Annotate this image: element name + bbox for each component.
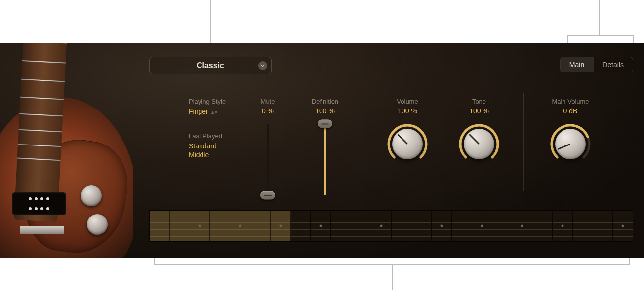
fret-column[interactable] [432, 211, 452, 241]
fret-column[interactable] [411, 211, 432, 241]
fret-marker-dot [521, 225, 523, 227]
fret-column[interactable] [190, 211, 210, 241]
definition-slider-group: Definition 100 % [300, 98, 350, 195]
last-played-value-1: Standard [189, 142, 222, 150]
fret-column[interactable] [170, 211, 190, 241]
definition-label: Definition [300, 98, 350, 105]
tone-value: 100 % [447, 107, 511, 115]
callout-line-bottom-v [392, 264, 393, 290]
callout-line-top-preset [210, 0, 211, 49]
fret-column[interactable] [532, 211, 553, 241]
fret-column[interactable] [351, 211, 371, 241]
last-played-value-2: Middle [189, 151, 222, 159]
fret-marker-dot [441, 225, 443, 227]
mute-slider-group: Mute 0 % [243, 98, 292, 195]
tone-label: Tone [447, 98, 511, 105]
mute-label: Mute [243, 98, 292, 105]
slider-thumb[interactable] [318, 120, 332, 128]
fret-marker-dot [199, 225, 201, 227]
fret-marker-dot [380, 225, 382, 227]
fret-column[interactable] [230, 211, 250, 241]
chevron-down-icon [258, 61, 267, 70]
fret-column[interactable] [593, 211, 613, 241]
fret-column[interactable] [271, 211, 291, 241]
fret-marker-dot [279, 225, 282, 227]
callout-line-top-tabs-v [599, 0, 600, 35]
tone-knob[interactable] [459, 124, 499, 164]
divider [523, 93, 524, 191]
volume-knob-group: Volume 100 % [375, 98, 440, 164]
fret-column[interactable] [492, 211, 513, 241]
preset-label: Classic [197, 61, 224, 70]
fret-column[interactable] [452, 211, 472, 241]
last-played-readout: Last Played Standard Middle [189, 132, 222, 159]
fret-column[interactable] [291, 211, 311, 241]
fret-column[interactable] [210, 211, 230, 241]
fret-column[interactable] [573, 211, 593, 241]
fret-column[interactable] [250, 211, 271, 241]
playing-style-control[interactable]: Playing Style Finger▲▼ [189, 98, 226, 115]
mute-slider[interactable] [267, 124, 269, 195]
fret-column[interactable] [371, 211, 392, 241]
instrument-panel: Classic Main Details Playing Style Finge… [0, 43, 644, 258]
volume-label: Volume [375, 98, 440, 105]
slider-thumb[interactable] [260, 191, 275, 200]
definition-slider[interactable] [324, 124, 326, 195]
fret-column[interactable] [331, 211, 351, 241]
main-volume-knob-group: Main Volume 0 dB [538, 98, 603, 164]
tab-details[interactable]: Details [593, 57, 633, 72]
instrument-image [0, 43, 133, 258]
fret-marker-dot [239, 225, 242, 227]
callout-line-bottom-h [154, 264, 630, 265]
playing-style-value: Finger▲▼ [189, 108, 226, 115]
fret-marker-dot [622, 225, 624, 227]
tab-main[interactable]: Main [561, 57, 593, 72]
last-played-label: Last Played [189, 132, 222, 140]
fret-column[interactable] [472, 211, 492, 241]
main-volume-knob[interactable] [550, 124, 591, 164]
main-volume-label: Main Volume [538, 98, 603, 105]
divider [362, 93, 362, 191]
fret-marker-dot [561, 225, 564, 227]
main-volume-value: 0 dB [538, 107, 603, 115]
playing-style-label: Playing Style [189, 98, 226, 105]
view-tabs: Main Details [560, 57, 633, 72]
volume-value: 100 % [375, 107, 440, 115]
fret-column[interactable] [512, 211, 532, 241]
fret-column[interactable] [150, 211, 170, 241]
volume-knob[interactable] [387, 124, 428, 164]
fret-marker-dot [481, 225, 483, 227]
tone-knob-group: Tone 100 % [447, 98, 511, 164]
callout-line-top-tabs-h [567, 35, 634, 36]
fret-marker-dot [320, 225, 322, 227]
fretboard-display[interactable] [149, 210, 633, 242]
definition-value: 100 % [300, 107, 350, 115]
fret-column[interactable] [613, 211, 633, 241]
fret-column[interactable] [553, 211, 573, 241]
stepper-icon: ▲▼ [210, 109, 217, 115]
fret-column[interactable] [392, 211, 412, 241]
preset-dropdown[interactable]: Classic [149, 57, 272, 74]
mute-value: 0 % [243, 107, 292, 115]
fret-column[interactable] [311, 211, 331, 241]
